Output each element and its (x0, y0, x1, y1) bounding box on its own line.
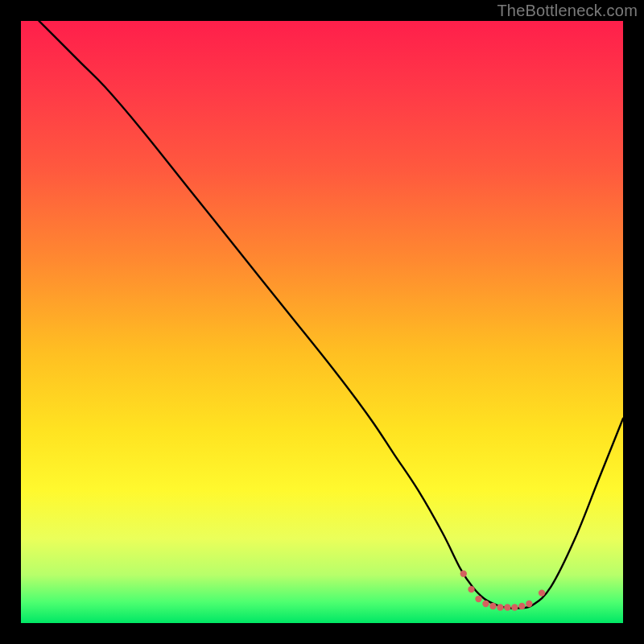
marker-dot (475, 596, 481, 602)
marker-dot (511, 604, 518, 610)
marker-dot (460, 570, 467, 576)
chart-frame: TheBottleneck.com (0, 0, 644, 644)
marker-dot (526, 601, 532, 607)
watermark-text: TheBottleneck.com (497, 2, 638, 20)
marker-dot (468, 586, 474, 592)
marker-dot (504, 604, 510, 610)
marker-dot (518, 603, 525, 609)
marker-dot (539, 589, 545, 596)
marker-dot (489, 603, 496, 609)
bottleneck-chart (21, 21, 623, 623)
gradient-background (21, 21, 623, 623)
marker-dot (482, 601, 489, 607)
marker-dot (497, 604, 503, 610)
plot-area (21, 21, 623, 623)
